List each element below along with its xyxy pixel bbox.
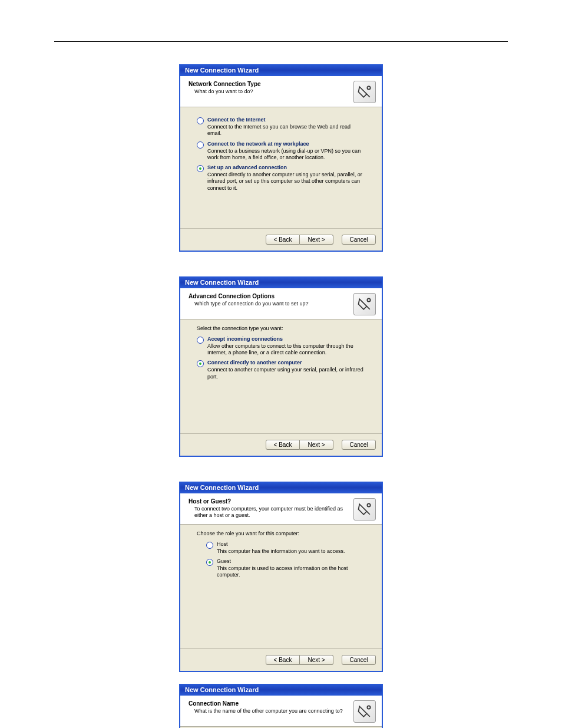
radio-option-workplace[interactable]: Connect to the network at my workplace C… [197,141,365,162]
radio-icon [206,559,213,566]
next-button[interactable]: Next > [300,440,333,450]
svg-point-0 [367,86,370,89]
next-button[interactable]: Next > [300,235,333,245]
option-desc: This computer has the information you wa… [217,548,365,555]
radio-option-incoming[interactable]: Accept incoming connections Allow other … [197,336,365,357]
wizard-header: Advanced Connection Options Which type o… [180,288,382,319]
svg-point-3 [367,706,370,709]
wizard-body: Choose the role you want for this comput… [180,525,382,648]
titlebar: New Connection Wizard [180,276,382,288]
cancel-button[interactable]: Cancel [342,440,376,450]
wizard-icon [353,700,376,723]
option-desc: Allow other computers to connect to this… [207,343,365,357]
wizard-body: Select the connection type you want: Acc… [180,319,382,433]
intro-text: Choose the role you want for this comput… [197,531,365,536]
button-row: < Back Next > Cancel [180,648,382,671]
header-subtitle: To connect two computers, your computer … [194,506,350,519]
radio-option-advanced[interactable]: Set up an advanced connection Connect di… [197,164,365,192]
svg-point-1 [367,298,370,301]
header-title: Network Connection Type [189,81,350,87]
radio-icon [206,542,213,549]
header-subtitle: Which type of connection do you want to … [194,301,350,308]
radio-option-internet[interactable]: Connect to the Internet Connect to the I… [197,117,365,137]
radio-option-host[interactable]: Host This computer has the information y… [206,541,365,555]
cancel-button[interactable]: Cancel [342,655,376,665]
header-title: Advanced Connection Options [189,293,350,299]
radio-icon [197,360,204,367]
wizard-host-guest: New Connection Wizard Host or Guest? To … [179,482,383,672]
wizard-icon [353,498,376,521]
titlebar: New Connection Wizard [180,684,382,696]
radio-icon [197,337,204,344]
option-label: Connect to the Internet [207,117,365,123]
wizard-header: Connection Name What is the name of the … [180,696,382,727]
radio-icon [197,165,204,172]
option-label: Connect directly to another computer [207,360,365,365]
titlebar: New Connection Wizard [180,482,382,493]
back-button[interactable]: < Back [266,235,300,245]
wizard-connection-name: New Connection Wizard Connection Name Wh… [179,684,383,729]
option-desc: This computer is used to access informat… [217,565,365,579]
header-subtitle: What is the name of the other computer y… [194,708,350,715]
wizard-body: Connect to the Internet Connect to the I… [180,107,382,228]
button-row: < Back Next > Cancel [180,228,382,251]
wizard-icon [353,293,376,315]
wizard-header: Host or Guest? To connect two computers,… [180,493,382,525]
option-desc: Connect directly to another computer usi… [207,172,365,192]
option-label: Guest [217,558,365,564]
radio-icon [197,117,204,124]
option-label: Host [217,541,365,547]
option-desc: Connect to a business network (using dia… [207,148,365,162]
titlebar: New Connection Wizard [180,64,382,76]
radio-option-direct[interactable]: Connect directly to another computer Con… [197,360,365,380]
header-subtitle: What do you want to do? [194,88,350,95]
header-title: Connection Name [189,700,350,707]
wizard-network-connection-type: New Connection Wizard Network Connection… [179,64,383,252]
back-button[interactable]: < Back [266,655,300,665]
header-title: Host or Guest? [189,498,350,505]
back-button[interactable]: < Back [266,440,300,450]
option-label: Connect to the network at my workplace [207,141,365,147]
svg-point-2 [367,503,370,506]
option-label: Set up an advanced connection [207,164,365,170]
button-row: < Back Next > Cancel [180,433,382,456]
intro-text: Select the connection type you want: [197,325,365,331]
cancel-button[interactable]: Cancel [342,235,376,245]
radio-icon [197,141,204,149]
next-button[interactable]: Next > [300,655,333,665]
wizard-icon [353,81,376,103]
wizard-advanced-options: New Connection Wizard Advanced Connectio… [179,276,383,457]
option-desc: Connect to the Internet so you can brows… [207,124,365,137]
wizard-header: Network Connection Type What do you want… [180,76,382,107]
radio-option-guest[interactable]: Guest This computer is used to access in… [206,558,365,579]
option-desc: Connect to another computer using your s… [207,367,365,380]
option-label: Accept incoming connections [207,336,365,342]
